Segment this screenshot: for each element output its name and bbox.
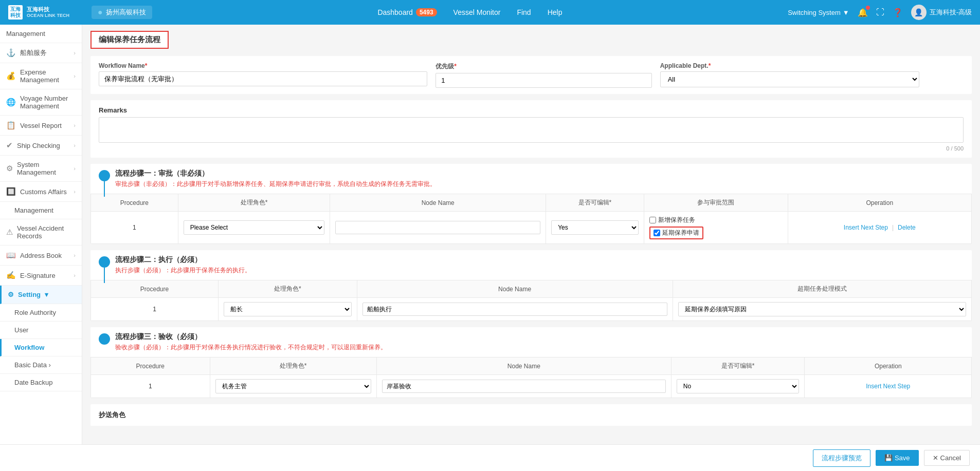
step2-col-handler: 处理角色*	[219, 280, 357, 298]
close-icon: ✕	[933, 454, 938, 462]
sidebar-item-address-book[interactable]: 📖 Address Book ›	[0, 246, 82, 266]
sidebar-sub-workflow[interactable]: Workflow	[0, 339, 82, 356]
step1-delete-link[interactable]: Delete	[898, 224, 916, 231]
chevron-right-icon: ›	[74, 252, 76, 258]
step2-row1-overtime-cell: 延期保养必须填写原因	[673, 298, 971, 321]
sidebar-item-ship-service[interactable]: ⚓ 船舶服务 ›	[0, 43, 82, 63]
customs-icon: 🔲	[6, 187, 16, 196]
applicable-dept-select[interactable]: All	[660, 71, 920, 87]
sidebar-item-ship-checking[interactable]: ✔ Ship Checking ›	[0, 136, 82, 156]
sidebar-item-voyage-number[interactable]: 🌐 Voyage Number Management	[0, 89, 82, 116]
user-info[interactable]: 👤 互海科技-高级	[911, 5, 972, 20]
step1-op-links: Insert Next Step | Delete	[793, 224, 966, 231]
nav-dashboard[interactable]: Dashboard 5493	[377, 8, 437, 16]
step2-overtime-select[interactable]: 延期保养必须填写原因	[678, 302, 966, 316]
step3-col-handler: 处理角色*	[210, 357, 376, 375]
preview-button[interactable]: 流程步骤预览	[813, 449, 870, 467]
step3-node-name-input[interactable]	[382, 380, 666, 393]
step3-col-operation: Operation	[805, 357, 972, 375]
copy-role-section: 抄送角色	[90, 404, 972, 426]
notification-bell-icon[interactable]: 🔔	[858, 8, 868, 17]
step1-row1-handler-cell: Please Select	[178, 212, 330, 244]
step1-check2-checkbox[interactable]	[654, 230, 660, 236]
setting-icon: ⚙	[8, 291, 14, 298]
step2-title: 流程步骤二：执行（必须）	[115, 255, 964, 265]
sidebar-item-system-management[interactable]: ⚙ System Management ›	[0, 156, 82, 182]
remarks-section: Remarks 0 / 500	[90, 100, 972, 158]
step1-col-scope: 参与审批范围	[644, 194, 788, 212]
nav-help[interactable]: Help	[548, 8, 562, 16]
sidebar-item-setting[interactable]: ⚙ Setting ▾	[0, 286, 82, 304]
step2-node-name-input[interactable]	[362, 303, 667, 316]
step1-header: 流程步骤一：审批（非必须） 审批步骤（非必须）：此步骤用于对手动新增保养任务、延…	[90, 164, 972, 194]
step1-editable-select[interactable]: Yes No	[551, 220, 638, 235]
top-right-area: Switching System ▼ 🔔 ⛶ ❓ 👤 互海科技-高级	[788, 5, 972, 20]
step3-desc: 验收步骤（必须）：此步骤用于对保养任务执行情况进行验收，不符合规定时，可以退回重…	[115, 343, 964, 352]
step3-handler-select[interactable]: 机务主管	[215, 379, 371, 393]
priority-input[interactable]	[435, 73, 652, 88]
chevron-down-icon: ▼	[843, 9, 849, 16]
step2-table: Procedure 处理角色* Node Name 超期任务处理模式 1 船长	[90, 280, 972, 321]
sidebar-item-customs-affairs[interactable]: 🔲 Customs Affairs ›	[0, 182, 82, 202]
step2-desc: 执行步骤（必须）：此步骤用于保养任务的执行。	[115, 266, 964, 275]
signature-icon: ✍	[6, 271, 16, 280]
step2-row1-handler-cell: 船长	[219, 298, 357, 321]
applicable-dept-group: Applicable Dept.* All	[660, 62, 920, 88]
step3-row1: 1 机务主管 No Yes	[91, 375, 972, 398]
workflow-name-group: Workflow Name*	[99, 62, 427, 88]
cancel-button[interactable]: ✕ Cancel	[924, 450, 970, 466]
step3-section: 流程步骤三：验收（必须） 验收步骤（必须）：此步骤用于对保养任务执行情况进行验收…	[90, 327, 972, 398]
sidebar-sub-role-authority[interactable]: Role Authority	[0, 304, 82, 322]
sidebar-sub-date-backup[interactable]: Date Backup	[0, 374, 82, 391]
save-button[interactable]: 💾 Save	[876, 450, 919, 466]
step1-check1-checkbox[interactable]	[649, 217, 656, 223]
step3-editable-select[interactable]: No Yes	[677, 379, 800, 393]
nav-find[interactable]: Find	[517, 8, 531, 16]
main-layout: Management ⚓ 船舶服务 › 💰 Expense Management…	[0, 25, 980, 444]
company-selector[interactable]: ● 扬州高银科技	[92, 6, 152, 19]
remarks-textarea[interactable]	[99, 117, 964, 143]
top-navigation: 互海科技 互海科技 OCEAN LINK TECH ● 扬州高银科技 Dashb…	[0, 0, 980, 25]
sidebar-item-management[interactable]: Management	[0, 25, 82, 43]
step3-col-node-name: Node Name	[376, 357, 671, 375]
workflow-name-input[interactable]	[99, 71, 427, 86]
notification-dot	[866, 6, 870, 10]
step3-row1-procedure: 1	[91, 375, 210, 398]
step3-table: Procedure 处理角色* Node Name 是否可编辑* Operati…	[90, 357, 972, 398]
company-dot-icon: ●	[98, 8, 103, 17]
step3-info: 流程步骤三：验收（必须） 验收步骤（必须）：此步骤用于对保养任务执行情况进行验收…	[115, 332, 964, 352]
sidebar-sub-basic-data[interactable]: Basic Data ›	[0, 356, 82, 374]
step1-row1-scope-cell: 新增保养任务 延期保养申请	[644, 212, 788, 244]
step1-table: Procedure 处理角色* Node Name 是否可编辑* 参与审批范围 …	[90, 194, 972, 244]
step1-checkbox-area: 新增保养任务 延期保养申请	[649, 216, 783, 239]
step2-col-node-name: Node Name	[357, 280, 673, 298]
step1-check2-row: 延期保养申请	[649, 227, 703, 239]
fullscreen-icon[interactable]: ⛶	[876, 8, 884, 17]
page-title: 编辑保养任务流程	[90, 31, 169, 49]
step2-header: 流程步骤二：执行（必须） 执行步骤（必须）：此步骤用于保养任务的执行。	[90, 250, 972, 280]
help-circle-icon[interactable]: ❓	[893, 8, 903, 17]
dashboard-badge: 5493	[416, 8, 437, 16]
sidebar-sub-user[interactable]: User	[0, 322, 82, 339]
logo-text: 互海科技 OCEAN LINK TECH	[27, 6, 69, 19]
top-form-row: Workflow Name* 优先级* Applicable Dept.* Al…	[90, 56, 972, 94]
sidebar-item-e-signature[interactable]: ✍ E-Signature ›	[0, 266, 82, 286]
step1-node-name-input[interactable]	[335, 221, 540, 234]
sidebar-item-vessel-report[interactable]: 📋 Vessel Report ›	[0, 116, 82, 136]
step1-insert-next-step-link[interactable]: Insert Next Step	[844, 224, 888, 231]
chevron-right-icon: ›	[74, 142, 76, 148]
step2-handler-select[interactable]: 船长	[224, 302, 352, 316]
step3-row1-handler-cell: 机务主管	[210, 375, 376, 398]
sidebar-item-expense-management[interactable]: 💰 Expense Management ›	[0, 63, 82, 89]
step3-insert-next-step-link[interactable]: Insert Next Step	[866, 383, 910, 390]
remarks-label: Remarks	[99, 106, 964, 114]
switching-system[interactable]: Switching System ▼	[788, 9, 849, 16]
step1-check1-row: 新增保养任务	[649, 216, 695, 224]
chevron-right-icon: ›	[74, 272, 76, 278]
step1-handler-select[interactable]: Please Select	[184, 220, 325, 235]
nav-vessel-monitor[interactable]: Vessel Monitor	[453, 8, 501, 16]
step1-col-handler: 处理角色*	[178, 194, 330, 212]
step2-row1-node-name-cell	[357, 298, 673, 321]
sidebar-sub-customs-management[interactable]: Management	[0, 202, 82, 219]
sidebar-item-vessel-accident[interactable]: ⚠ Vessel Accident Records	[0, 219, 82, 246]
